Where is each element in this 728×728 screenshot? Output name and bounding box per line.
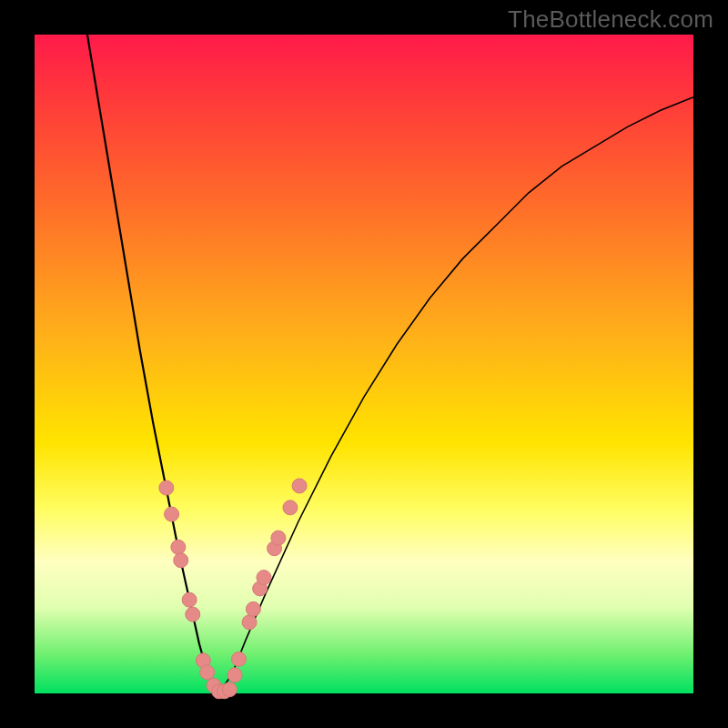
data-marker — [231, 652, 246, 666]
data-marker — [242, 615, 257, 630]
bottleneck-curve — [35, 35, 693, 693]
data-marker — [292, 479, 307, 493]
plot-area — [35, 35, 693, 693]
data-marker — [171, 540, 186, 554]
data-marker — [271, 531, 286, 545]
data-markers — [159, 479, 307, 699]
data-marker — [165, 507, 179, 521]
data-marker — [200, 665, 215, 680]
data-marker — [246, 602, 260, 616]
data-marker — [186, 607, 200, 622]
data-marker — [222, 682, 237, 697]
data-marker — [159, 480, 174, 495]
curve-right-branch — [219, 97, 693, 693]
curve-left-branch — [87, 35, 219, 693]
data-marker — [283, 500, 298, 515]
data-marker — [257, 571, 271, 585]
watermark-text: TheBottleneck.com — [508, 5, 713, 34]
chart-frame: TheBottleneck.com — [0, 0, 728, 728]
data-marker — [228, 668, 242, 682]
data-marker — [174, 553, 188, 568]
data-marker — [182, 592, 197, 607]
